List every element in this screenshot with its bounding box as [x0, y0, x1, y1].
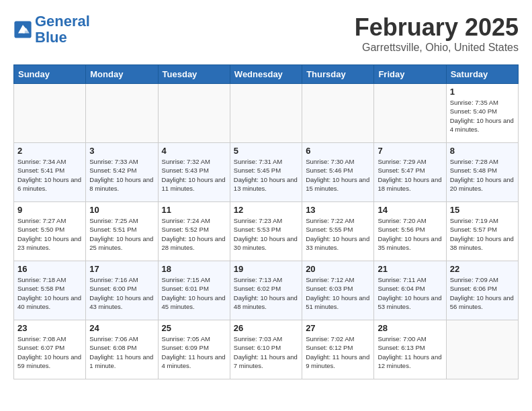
day-number: 27 — [306, 323, 370, 333]
day-cell: 16Sunrise: 7:18 AM Sunset: 5:58 PM Dayli… — [14, 261, 86, 320]
day-cell: 12Sunrise: 7:23 AM Sunset: 5:53 PM Dayli… — [230, 202, 302, 261]
week-row-4: 16Sunrise: 7:18 AM Sunset: 5:58 PM Dayli… — [14, 261, 519, 320]
day-info: Sunrise: 7:27 AM Sunset: 5:50 PM Dayligh… — [17, 216, 82, 252]
day-info: Sunrise: 7:03 AM Sunset: 6:10 PM Dayligh… — [234, 334, 298, 370]
day-cell: 15Sunrise: 7:19 AM Sunset: 5:57 PM Dayli… — [446, 202, 518, 261]
day-cell — [158, 84, 230, 143]
day-info: Sunrise: 7:34 AM Sunset: 5:41 PM Dayligh… — [17, 157, 82, 193]
day-cell — [230, 84, 302, 143]
day-number: 11 — [162, 205, 226, 215]
header-day-tuesday: Tuesday — [158, 65, 230, 84]
day-cell: 27Sunrise: 7:02 AM Sunset: 6:12 PM Dayli… — [302, 320, 374, 379]
day-number: 26 — [234, 323, 298, 333]
day-number: 3 — [89, 146, 154, 156]
day-cell — [86, 84, 158, 143]
day-number: 8 — [450, 146, 515, 156]
day-cell: 11Sunrise: 7:24 AM Sunset: 5:52 PM Dayli… — [158, 202, 230, 261]
day-info: Sunrise: 7:15 AM Sunset: 6:01 PM Dayligh… — [162, 275, 226, 311]
day-number: 14 — [378, 205, 442, 215]
calendar-body: 1Sunrise: 7:35 AM Sunset: 5:40 PM Daylig… — [14, 84, 519, 379]
header-day-wednesday: Wednesday — [230, 65, 302, 84]
day-cell: 22Sunrise: 7:09 AM Sunset: 6:06 PM Dayli… — [446, 261, 518, 320]
day-number: 2 — [17, 146, 82, 156]
day-info: Sunrise: 7:18 AM Sunset: 5:58 PM Dayligh… — [17, 275, 82, 311]
day-cell: 24Sunrise: 7:06 AM Sunset: 6:08 PM Dayli… — [86, 320, 158, 379]
header-day-friday: Friday — [374, 65, 446, 84]
week-row-5: 23Sunrise: 7:08 AM Sunset: 6:07 PM Dayli… — [14, 320, 519, 379]
day-number: 25 — [162, 323, 226, 333]
header-day-saturday: Saturday — [446, 65, 518, 84]
day-cell: 28Sunrise: 7:00 AM Sunset: 6:13 PM Dayli… — [374, 320, 446, 379]
day-info: Sunrise: 7:12 AM Sunset: 6:03 PM Dayligh… — [306, 275, 370, 311]
day-info: Sunrise: 7:05 AM Sunset: 6:09 PM Dayligh… — [162, 334, 226, 370]
day-info: Sunrise: 7:33 AM Sunset: 5:42 PM Dayligh… — [89, 157, 154, 193]
day-number: 7 — [378, 146, 442, 156]
day-cell: 4Sunrise: 7:32 AM Sunset: 5:43 PM Daylig… — [158, 143, 230, 202]
title-block: February 2025 Garrettsville, Ohio, Unite… — [355, 13, 519, 54]
week-row-2: 2Sunrise: 7:34 AM Sunset: 5:41 PM Daylig… — [14, 143, 519, 202]
header-day-thursday: Thursday — [302, 65, 374, 84]
day-info: Sunrise: 7:23 AM Sunset: 5:53 PM Dayligh… — [234, 216, 298, 252]
header-day-monday: Monday — [86, 65, 158, 84]
day-number: 4 — [162, 146, 226, 156]
day-info: Sunrise: 7:35 AM Sunset: 5:40 PM Dayligh… — [450, 98, 515, 134]
day-cell: 25Sunrise: 7:05 AM Sunset: 6:09 PM Dayli… — [158, 320, 230, 379]
day-info: Sunrise: 7:13 AM Sunset: 6:02 PM Dayligh… — [234, 275, 298, 311]
day-info: Sunrise: 7:02 AM Sunset: 6:12 PM Dayligh… — [306, 334, 370, 370]
day-cell — [446, 320, 518, 379]
day-info: Sunrise: 7:16 AM Sunset: 6:00 PM Dayligh… — [89, 275, 154, 311]
day-cell: 6Sunrise: 7:30 AM Sunset: 5:46 PM Daylig… — [302, 143, 374, 202]
day-info: Sunrise: 7:29 AM Sunset: 5:47 PM Dayligh… — [378, 157, 442, 193]
calendar-table: SundayMondayTuesdayWednesdayThursdayFrid… — [13, 64, 519, 379]
day-number: 1 — [450, 87, 515, 97]
day-info: Sunrise: 7:31 AM Sunset: 5:45 PM Dayligh… — [234, 157, 298, 193]
day-cell: 5Sunrise: 7:31 AM Sunset: 5:45 PM Daylig… — [230, 143, 302, 202]
day-number: 5 — [234, 146, 298, 156]
day-cell: 26Sunrise: 7:03 AM Sunset: 6:10 PM Dayli… — [230, 320, 302, 379]
day-number: 23 — [17, 323, 82, 333]
page-header: General Blue February 2025 Garrettsville… — [13, 13, 519, 54]
day-cell — [14, 84, 86, 143]
calendar-header: SundayMondayTuesdayWednesdayThursdayFrid… — [14, 65, 519, 84]
day-cell: 7Sunrise: 7:29 AM Sunset: 5:47 PM Daylig… — [374, 143, 446, 202]
day-info: Sunrise: 7:24 AM Sunset: 5:52 PM Dayligh… — [162, 216, 226, 252]
day-number: 12 — [234, 205, 298, 215]
day-cell: 20Sunrise: 7:12 AM Sunset: 6:03 PM Dayli… — [302, 261, 374, 320]
day-cell: 1Sunrise: 7:35 AM Sunset: 5:40 PM Daylig… — [446, 84, 518, 143]
day-info: Sunrise: 7:00 AM Sunset: 6:13 PM Dayligh… — [378, 334, 442, 370]
day-info: Sunrise: 7:11 AM Sunset: 6:04 PM Dayligh… — [378, 275, 442, 311]
day-number: 6 — [306, 146, 370, 156]
day-cell: 13Sunrise: 7:22 AM Sunset: 5:55 PM Dayli… — [302, 202, 374, 261]
header-row: SundayMondayTuesdayWednesdayThursdayFrid… — [14, 65, 519, 84]
day-number: 15 — [450, 205, 515, 215]
day-cell — [302, 84, 374, 143]
week-row-3: 9Sunrise: 7:27 AM Sunset: 5:50 PM Daylig… — [14, 202, 519, 261]
day-info: Sunrise: 7:22 AM Sunset: 5:55 PM Dayligh… — [306, 216, 370, 252]
day-number: 22 — [450, 264, 515, 274]
day-number: 24 — [89, 323, 154, 333]
day-cell: 3Sunrise: 7:33 AM Sunset: 5:42 PM Daylig… — [86, 143, 158, 202]
logo-icon — [13, 20, 32, 39]
day-info: Sunrise: 7:30 AM Sunset: 5:46 PM Dayligh… — [306, 157, 370, 193]
day-cell: 18Sunrise: 7:15 AM Sunset: 6:01 PM Dayli… — [158, 261, 230, 320]
location-subtitle: Garrettsville, Ohio, United States — [355, 42, 519, 54]
month-title: February 2025 — [355, 13, 519, 42]
day-cell: 19Sunrise: 7:13 AM Sunset: 6:02 PM Dayli… — [230, 261, 302, 320]
day-number: 28 — [378, 323, 442, 333]
day-cell: 21Sunrise: 7:11 AM Sunset: 6:04 PM Dayli… — [374, 261, 446, 320]
day-info: Sunrise: 7:19 AM Sunset: 5:57 PM Dayligh… — [450, 216, 515, 252]
day-cell: 17Sunrise: 7:16 AM Sunset: 6:00 PM Dayli… — [86, 261, 158, 320]
day-number: 19 — [234, 264, 298, 274]
day-cell: 23Sunrise: 7:08 AM Sunset: 6:07 PM Dayli… — [14, 320, 86, 379]
day-info: Sunrise: 7:32 AM Sunset: 5:43 PM Dayligh… — [162, 157, 226, 193]
day-number: 21 — [378, 264, 442, 274]
day-info: Sunrise: 7:08 AM Sunset: 6:07 PM Dayligh… — [17, 334, 82, 370]
day-cell: 8Sunrise: 7:28 AM Sunset: 5:48 PM Daylig… — [446, 143, 518, 202]
day-info: Sunrise: 7:06 AM Sunset: 6:08 PM Dayligh… — [89, 334, 154, 370]
day-number: 20 — [306, 264, 370, 274]
week-row-1: 1Sunrise: 7:35 AM Sunset: 5:40 PM Daylig… — [14, 84, 519, 143]
day-number: 18 — [162, 264, 226, 274]
day-info: Sunrise: 7:20 AM Sunset: 5:56 PM Dayligh… — [378, 216, 442, 252]
header-day-sunday: Sunday — [14, 65, 86, 84]
logo: General Blue — [13, 13, 90, 46]
